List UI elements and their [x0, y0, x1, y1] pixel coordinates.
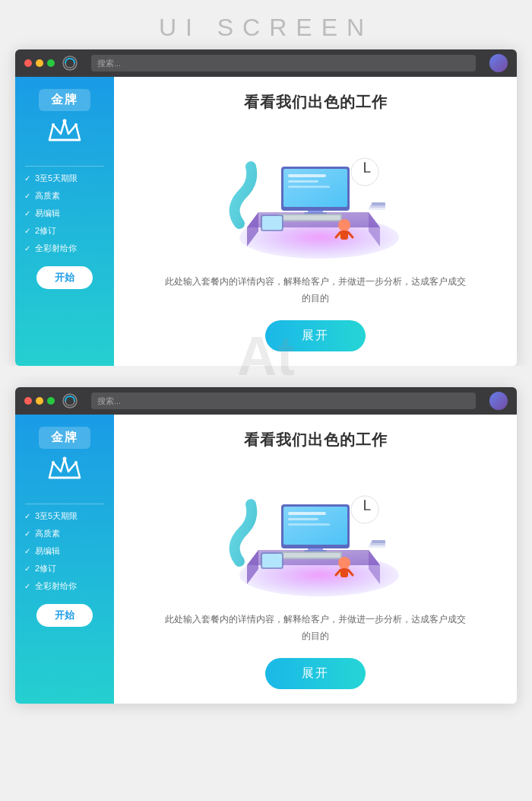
sidebar-item-label-1-2: 易编辑: [35, 208, 60, 219]
sidebar-item-1-2: ✓ 易编辑: [24, 208, 105, 219]
sidebar-item-label-2-2: 易编辑: [35, 545, 60, 557]
svg-rect-16: [288, 186, 330, 188]
svg-rect-60: [262, 554, 282, 567]
sidebar-item-1-1: ✓ 高质素: [24, 190, 105, 202]
sidebar-item-2-3: ✓ 2修订: [24, 563, 105, 574]
sidebar-menu-1: ✓ 3至5天期限 ✓ 高质素 ✓ 易编辑 ✓ 2修订: [15, 173, 114, 254]
check-icon-1-2: ✓: [24, 209, 30, 218]
sidebar-badge-1: 金牌: [39, 89, 90, 111]
user-avatar-1[interactable]: [489, 54, 508, 72]
sidebar-divider-1: [25, 166, 104, 167]
sidebar-badge-2: 金牌: [39, 427, 90, 449]
sidebar-item-label-2-1: 高质素: [35, 528, 60, 539]
svg-point-29: [338, 219, 350, 231]
page-title-area: UI SCREEN: [0, 0, 532, 49]
sidebar-badge-text-2: 金牌: [51, 431, 78, 443]
minimize-button-2[interactable]: [36, 397, 43, 405]
sidebar-item-label-1-4: 全彩射给你: [35, 243, 77, 254]
svg-rect-18: [279, 215, 340, 220]
main-content-2: 看看我们出色的工作: [114, 415, 517, 704]
sidebar-2: 金牌 ✓ 3至5天期限: [15, 415, 114, 704]
main-expand-button-1[interactable]: 展开: [265, 320, 366, 351]
sidebar-item-label-2-4: 全彩射给你: [35, 580, 77, 592]
maximize-button-2[interactable]: [47, 397, 55, 405]
browser-window-2: 搜索... 金牌: [15, 387, 517, 704]
crown-icon-2: [46, 455, 84, 482]
browser-window-1: 搜索... 金牌: [15, 49, 517, 366]
svg-rect-25: [372, 202, 385, 205]
crown-icon-1: [46, 117, 84, 145]
sidebar-item-label-2-3: 2修订: [35, 563, 56, 574]
page-title: UI SCREEN: [0, 14, 532, 42]
close-button-2[interactable]: [24, 397, 32, 405]
sidebar-item-1-3: ✓ 2修订: [24, 225, 105, 237]
browser-search-bar-1[interactable]: 搜索...: [91, 55, 476, 72]
check-icon-1-4: ✓: [24, 244, 30, 253]
sidebar-icon-area-2: [46, 455, 84, 485]
sidebar-divider-2: [25, 504, 104, 504]
minimize-button-1[interactable]: [36, 59, 43, 67]
sidebar-menu-2: ✓ 3至5天期限 ✓ 高质素 ✓ 易编辑 ✓ 2修订: [15, 510, 114, 592]
sidebar-1: 金牌 ✓ 3至5天期限: [15, 77, 114, 366]
maximize-button-1[interactable]: [47, 59, 55, 67]
svg-rect-49: [288, 523, 330, 526]
illustration-1: [217, 125, 414, 262]
browser-content-2: 金牌 ✓ 3至5天期限: [15, 415, 517, 704]
sidebar-start-button-1[interactable]: 开始: [36, 266, 93, 289]
check-icon-2-2: ✓: [24, 547, 30, 555]
sidebar-item-1-4: ✓ 全彩射给你: [24, 243, 105, 254]
sidebar-start-button-2[interactable]: 开始: [36, 604, 93, 627]
check-icon-1-1: ✓: [24, 192, 30, 200]
panel-separator: [0, 366, 532, 377]
search-placeholder-1: 搜索...: [97, 58, 121, 69]
window-controls-2: [24, 397, 55, 405]
sidebar-item-2-1: ✓ 高质素: [24, 528, 105, 539]
user-avatar-2[interactable]: [489, 392, 508, 410]
svg-point-38: [74, 461, 78, 464]
check-icon-2-0: ✓: [24, 512, 30, 520]
close-button-1[interactable]: [24, 59, 32, 67]
main-expand-button-2[interactable]: 展开: [265, 658, 366, 689]
browser-logo-icon-2: [62, 393, 78, 408]
search-placeholder-2: 搜索...: [97, 396, 121, 407]
svg-rect-48: [288, 518, 318, 520]
svg-rect-30: [340, 230, 348, 240]
browser-bar-1: 搜索...: [15, 49, 517, 77]
sidebar-item-2-2: ✓ 易编辑: [24, 545, 105, 557]
illustration-2: [217, 462, 414, 599]
browser-logo-icon-1: [62, 56, 78, 71]
sidebar-item-label-1-3: 2修订: [35, 225, 56, 237]
svg-rect-63: [340, 568, 348, 577]
check-icon-1-3: ✓: [24, 227, 30, 235]
page-wrapper: UI SCREEN 搜索...: [0, 0, 532, 711]
main-title-2: 看看我们出色的工作: [244, 430, 388, 450]
svg-rect-14: [288, 174, 326, 177]
svg-rect-51: [279, 553, 340, 558]
sidebar-item-label-2-0: 3至5天期限: [35, 510, 78, 522]
main-desc-1: 此处输入套餐内的详情内容，解释给客户，并做进一步分析，达成客户成交的目的: [163, 274, 467, 307]
browser-content-1: 金牌 ✓ 3至5天期限: [15, 77, 517, 366]
browser-bar-2: 搜索...: [15, 387, 517, 415]
svg-rect-47: [288, 512, 326, 515]
main-desc-2: 此处输入套餐内的详情内容，解释给客户，并做进一步分析，达成客户成交的目的: [163, 612, 467, 644]
desk-illustration-2: [217, 462, 414, 599]
check-icon-2-4: ✓: [24, 582, 30, 590]
sidebar-item-label-1-0: 3至5天期限: [35, 173, 78, 184]
desk-illustration-1: [217, 125, 414, 262]
browser-search-bar-2[interactable]: 搜索...: [91, 393, 476, 409]
sidebar-item-2-0: ✓ 3至5天期限: [24, 510, 105, 522]
sidebar-item-label-1-1: 高质素: [35, 190, 60, 202]
main-content-1: 看看我们出色的工作: [114, 77, 517, 366]
window-controls-1: [24, 59, 55, 67]
svg-rect-27: [262, 216, 282, 230]
svg-point-3: [63, 119, 67, 123]
svg-point-4: [52, 123, 55, 126]
svg-point-36: [63, 457, 67, 461]
svg-point-37: [52, 461, 55, 464]
sidebar-icon-area-1: [46, 117, 84, 148]
svg-point-62: [338, 557, 350, 569]
sidebar-item-2-4: ✓ 全彩射给你: [24, 580, 105, 592]
svg-point-5: [74, 123, 78, 126]
svg-rect-58: [372, 540, 385, 543]
check-icon-2-1: ✓: [24, 529, 30, 538]
